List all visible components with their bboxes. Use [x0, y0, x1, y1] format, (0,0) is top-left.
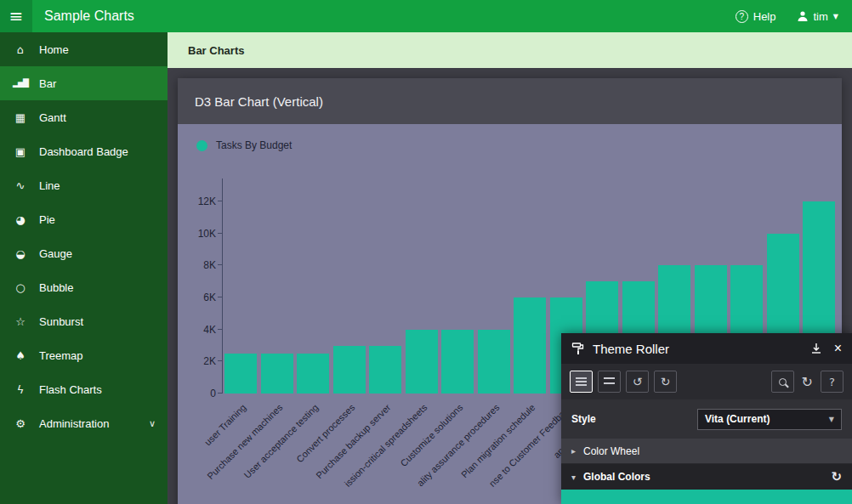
panel-title: D3 Bar Chart (Vertical)	[178, 78, 842, 124]
theme-roller-header[interactable]: Theme Roller ×	[561, 333, 852, 364]
close-icon[interactable]: ×	[834, 342, 842, 355]
y-axis-tick-mark	[218, 264, 223, 265]
help-icon: ?	[829, 376, 835, 388]
gear-icon: ⚙	[12, 417, 29, 430]
sidebar-item-label: Gauge	[39, 247, 72, 260]
sidebar-item-dashboard-badge[interactable]: ▣Dashboard Badge	[0, 134, 168, 168]
bar[interactable]	[224, 354, 257, 394]
bar[interactable]	[297, 354, 329, 394]
sidebar-item-line[interactable]: ∿Line	[0, 168, 168, 202]
y-axis-tick-label: 10K	[178, 228, 216, 241]
list-sparse-button[interactable]	[598, 371, 621, 393]
y-axis-tick-label: 6K	[178, 292, 216, 304]
list-dense-button[interactable]	[570, 371, 593, 393]
person-icon	[797, 10, 809, 22]
pie-chart-icon: ◕	[12, 213, 29, 226]
help-button-roller[interactable]: ?	[821, 371, 843, 393]
y-axis-tick-label: 0	[178, 388, 216, 400]
sidebar: ⌂Home▂▅█Bar▦Gantt▣Dashboard Badge∿Line◕P…	[0, 32, 168, 504]
topbar-actions: ? Help tim ▼	[736, 10, 852, 23]
redo-icon: ↻	[661, 375, 671, 388]
bar[interactable]	[406, 330, 438, 394]
style-select-value: Vita (Current)	[705, 413, 770, 425]
bar[interactable]	[478, 330, 510, 394]
help-icon: ?	[736, 10, 748, 23]
refresh-icon[interactable]: ↻	[802, 374, 813, 390]
sidebar-item-bubble[interactable]: ○Bubble	[0, 270, 168, 304]
style-select[interactable]: Vita (Current) ▼	[697, 409, 842, 430]
sidebar-item-gauge[interactable]: ◒Gauge	[0, 236, 168, 270]
sidebar-item-label: Home	[39, 43, 69, 56]
chevron-down-icon: ▾	[571, 473, 576, 482]
chevron-right-icon: ▸	[571, 446, 576, 456]
calendar-icon: ▦	[12, 111, 29, 124]
section-global-colors[interactable]: ▾ Global Colors ↻	[561, 464, 852, 490]
legend-label: Tasks By Budget	[216, 139, 292, 151]
bar[interactable]	[333, 346, 366, 394]
sidebar-item-label: Treemap	[39, 349, 83, 362]
gauge-icon: ◒	[12, 247, 29, 260]
list-dense-icon	[576, 377, 587, 387]
sidebar-item-flash-charts[interactable]: ϟFlash Charts	[0, 372, 168, 406]
style-row: Style Vita (Current) ▼	[561, 399, 852, 439]
search-icon	[779, 378, 787, 386]
y-axis-tick-mark	[218, 201, 223, 201]
y-axis-tick-mark	[218, 360, 223, 361]
sidebar-item-bar[interactable]: ▂▅█Bar	[0, 66, 168, 100]
sidebar-item-label: Flash Charts	[39, 383, 102, 396]
chevron-down-icon: ∨	[149, 418, 156, 429]
caret-down-icon: ▼	[829, 416, 834, 423]
bar[interactable]	[514, 297, 546, 394]
star-icon: ☆	[12, 315, 29, 328]
sidebar-item-pie[interactable]: ◕Pie	[0, 202, 168, 236]
sidebar-item-label: Bubble	[39, 281, 73, 294]
sidebar-item-sunburst[interactable]: ☆Sunburst	[0, 304, 168, 338]
y-axis-tick-mark	[218, 233, 223, 234]
theme-roller-toolbar: ↺ ↻ ↻ ?	[561, 364, 852, 399]
sidebar-item-label: Bar	[39, 77, 56, 90]
theme-roller-title: Theme Roller	[593, 342, 669, 356]
y-axis-tick-label: 8K	[178, 259, 216, 272]
y-axis-tick-mark	[218, 329, 223, 330]
user-menu[interactable]: tim ▼	[797, 10, 839, 23]
theme-roller-panel: Theme Roller × ↺ ↻ ↻ ? Style Vita (Curre…	[561, 333, 852, 504]
bar[interactable]	[441, 330, 474, 394]
legend-marker-icon	[196, 140, 207, 151]
style-label: Style	[571, 413, 596, 425]
sidebar-item-gantt[interactable]: ▦Gantt	[0, 100, 168, 134]
bar[interactable]	[261, 354, 293, 394]
sidebar-item-label: Gantt	[39, 111, 66, 124]
bar-chart-icon: ▂▅█	[12, 79, 29, 88]
sidebar-item-label: Administration	[39, 417, 109, 430]
undo-icon: ↺	[633, 375, 643, 388]
redo-button[interactable]: ↻	[654, 371, 677, 393]
undo-button[interactable]: ↺	[626, 371, 649, 393]
sidebar-item-administration[interactable]: ⚙Administration∨	[0, 406, 168, 440]
chart-legend[interactable]: Tasks By Budget	[196, 139, 292, 151]
section-color-wheel[interactable]: ▸ Color Wheel	[561, 439, 852, 464]
bubble-icon: ○	[12, 281, 29, 294]
sidebar-item-treemap[interactable]: ♠Treemap	[0, 338, 168, 372]
app-title: Sample Charts	[44, 8, 134, 24]
y-axis-tick-mark	[218, 297, 223, 297]
sidebar-item-label: Pie	[39, 213, 55, 226]
tree-icon: ♠	[12, 349, 29, 362]
sidebar-item-label: Line	[39, 179, 60, 192]
sidebar-item-home[interactable]: ⌂Home	[0, 32, 168, 66]
topbar: ≡ Sample Charts ? Help tim ▼	[0, 0, 852, 32]
color-swatch-strip[interactable]	[561, 490, 852, 504]
hamburger-icon[interactable]: ≡	[0, 0, 32, 32]
help-button[interactable]: ? Help	[736, 10, 776, 23]
sidebar-item-label: Dashboard Badge	[39, 145, 128, 158]
badge-icon: ▣	[12, 145, 29, 158]
y-axis-tick-mark	[218, 393, 223, 394]
download-icon[interactable]	[810, 343, 822, 354]
search-button[interactable]	[771, 371, 794, 393]
refresh-icon[interactable]: ↻	[831, 469, 842, 484]
section-label: Global Colors	[583, 471, 650, 483]
bar[interactable]	[369, 346, 401, 394]
sidebar-item-label: Sunburst	[39, 315, 83, 328]
paint-roller-icon	[571, 342, 585, 355]
flash-icon: ϟ	[12, 383, 29, 396]
list-sparse-icon	[604, 377, 615, 387]
